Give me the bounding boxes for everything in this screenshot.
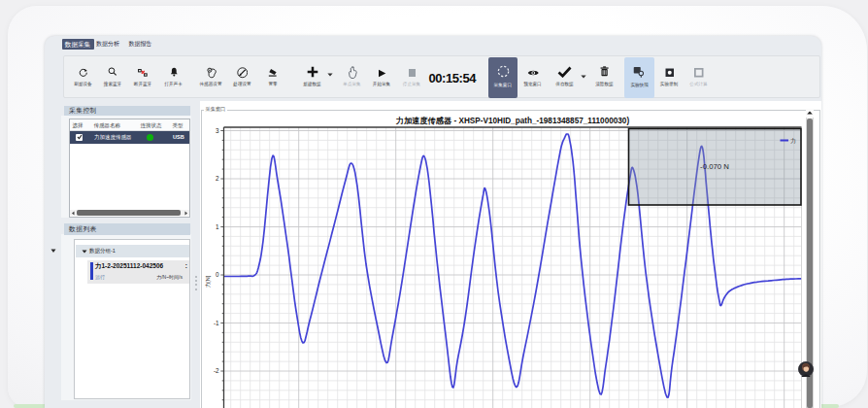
- svg-text:0: 0: [216, 271, 219, 278]
- svg-text:力加速度传感器 - XHSP-V10HID_path_-19: 力加速度传感器 - XHSP-V10HID_path_-1981348857_1…: [395, 116, 630, 125]
- svg-text:-1: -1: [214, 320, 219, 326]
- svg-text:力: 力: [790, 138, 796, 144]
- svg-text:-0.070 N: -0.070 N: [700, 162, 729, 171]
- svg-text:力[N]: 力[N]: [205, 275, 211, 288]
- svg-text:2: 2: [216, 175, 219, 182]
- svg-text:3: 3: [216, 127, 219, 134]
- svg-text:1: 1: [216, 223, 219, 230]
- svg-text:-2: -2: [214, 367, 219, 374]
